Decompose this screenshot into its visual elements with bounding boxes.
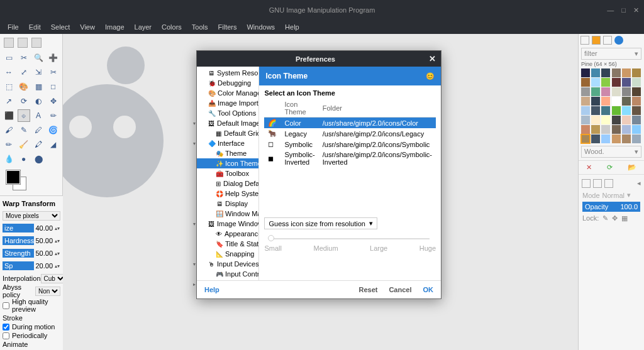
col-icon-theme[interactable]: Icon Theme bbox=[280, 99, 318, 118]
dock-tab[interactable] bbox=[593, 179, 602, 188]
tool-30[interactable]: ⬤ bbox=[32, 153, 45, 165]
cancel-button[interactable]: Cancel bbox=[389, 286, 411, 293]
ok-button[interactable]: OK bbox=[423, 286, 434, 293]
fg-color-swatch[interactable] bbox=[6, 170, 20, 184]
during-motion-checkbox[interactable] bbox=[3, 324, 9, 331]
refresh-icon[interactable]: ⟳ bbox=[607, 163, 613, 172]
pattern-swatch[interactable] bbox=[591, 125, 600, 134]
tool-25[interactable]: 🧹 bbox=[18, 138, 30, 151]
pattern-swatch[interactable] bbox=[622, 97, 631, 106]
tree-item-image-import-export[interactable]: 📥Image Import & Export bbox=[197, 98, 258, 108]
dock-tab[interactable] bbox=[604, 179, 613, 188]
tree-item-system-resources[interactable]: 🖥System Resources bbox=[197, 68, 258, 78]
tree-item-image-windows[interactable]: ▾🖼Image Windows bbox=[197, 219, 258, 229]
tree-item-snapping[interactable]: 📐Snapping bbox=[197, 249, 258, 259]
tool-26[interactable]: 🖍 bbox=[32, 138, 45, 151]
warp-mode-select[interactable]: Move pixels bbox=[3, 211, 60, 221]
pattern-swatch[interactable] bbox=[581, 106, 590, 115]
tree-item-window-management[interactable]: 🪟Window Management bbox=[197, 209, 258, 219]
tool-18[interactable]: A bbox=[32, 109, 45, 122]
reset-button[interactable]: Reset bbox=[358, 286, 377, 293]
pattern-swatch[interactable] bbox=[601, 125, 610, 134]
tree-item-default-image[interactable]: ▾🖼Default Image bbox=[197, 118, 258, 128]
tool-21[interactable]: ✎ bbox=[18, 124, 30, 136]
tool-14[interactable]: ◐ bbox=[32, 95, 45, 107]
tool-22[interactable]: 🖊 bbox=[32, 124, 45, 136]
menu-filters[interactable]: Filters bbox=[213, 21, 242, 33]
open-icon[interactable]: 📂 bbox=[628, 163, 636, 172]
strength-slider[interactable]: Strength bbox=[3, 249, 34, 258]
tool-9[interactable]: 🎨 bbox=[18, 80, 30, 93]
pattern-swatch[interactable] bbox=[581, 116, 590, 124]
tool-24[interactable]: ✏ bbox=[3, 138, 15, 151]
periodically-checkbox[interactable] bbox=[3, 332, 9, 339]
pattern-swatch[interactable] bbox=[591, 116, 600, 124]
lock-pixels-icon[interactable]: ✎ bbox=[602, 214, 608, 222]
pattern-swatch[interactable] bbox=[601, 68, 610, 77]
tool-13[interactable]: ⟳ bbox=[18, 95, 30, 107]
pattern-swatch[interactable] bbox=[612, 87, 621, 96]
tool-23[interactable]: 🌀 bbox=[47, 124, 60, 136]
icon-size-slider[interactable]: SmallMediumLargeHuge bbox=[264, 234, 436, 253]
tool-11[interactable]: □ bbox=[47, 80, 60, 93]
dock-tab[interactable] bbox=[614, 36, 623, 45]
tree-item-display[interactable]: 🖥Display bbox=[197, 199, 258, 209]
opacity-slider[interactable]: Opacity100.0 bbox=[582, 202, 640, 212]
pattern-swatch[interactable] bbox=[622, 134, 631, 143]
pattern-swatch[interactable] bbox=[632, 68, 641, 77]
tool-4[interactable]: ↔ bbox=[3, 66, 15, 79]
pattern-swatch[interactable] bbox=[632, 106, 641, 115]
dock-tab[interactable] bbox=[582, 179, 591, 188]
close-icon[interactable]: ✕ bbox=[633, 6, 639, 14]
pattern-swatch[interactable] bbox=[601, 134, 610, 143]
tool-10[interactable]: ▦ bbox=[32, 80, 45, 93]
pattern-swatch[interactable] bbox=[632, 97, 641, 106]
tool-20[interactable]: 🖌 bbox=[3, 124, 15, 136]
pattern-swatch[interactable] bbox=[601, 78, 610, 87]
tree-item-tool-options[interactable]: 🔧Tool Options bbox=[197, 108, 258, 118]
pattern-swatch[interactable] bbox=[632, 134, 641, 143]
tool-3[interactable]: ➕ bbox=[47, 52, 60, 64]
theme-row-symbolic[interactable]: ◻Symbolic/usr/share/gimp/2.0/icons/Symbo… bbox=[264, 139, 436, 150]
tool-16[interactable]: ⬛ bbox=[3, 109, 15, 122]
tool-17[interactable]: ⟐ bbox=[18, 109, 30, 122]
color-swatches[interactable] bbox=[3, 170, 60, 193]
pattern-swatch[interactable] bbox=[581, 125, 590, 134]
dialog-titlebar[interactable]: Preferences ✕ bbox=[197, 51, 441, 67]
pattern-swatch[interactable] bbox=[591, 87, 600, 96]
hardness-slider[interactable]: Hardness bbox=[3, 236, 34, 245]
dock-tab-selected[interactable] bbox=[592, 36, 601, 45]
pattern-swatch[interactable] bbox=[612, 134, 621, 143]
tab-icon[interactable] bbox=[4, 38, 14, 48]
menu-select[interactable]: Select bbox=[46, 21, 75, 33]
menu-edit[interactable]: Edit bbox=[24, 21, 46, 33]
tool-2[interactable]: 🔍 bbox=[32, 52, 45, 64]
dock-menu-icon[interactable]: ◂ bbox=[637, 179, 641, 188]
tree-item-input-controllers[interactable]: 🎮Input Controllers bbox=[197, 269, 258, 279]
interp-select[interactable]: Cubic bbox=[41, 274, 66, 283]
menu-file[interactable]: File bbox=[3, 21, 24, 33]
pattern-swatch[interactable] bbox=[632, 78, 641, 87]
pattern-filter[interactable]: filter▾ bbox=[581, 48, 641, 60]
tool-5[interactable]: ⤢ bbox=[18, 66, 30, 79]
pattern-swatch[interactable] bbox=[581, 134, 590, 143]
size-slider[interactable]: ize bbox=[3, 224, 34, 232]
pattern-swatch[interactable] bbox=[612, 116, 621, 124]
pattern-swatch[interactable] bbox=[581, 87, 590, 96]
menu-view[interactable]: View bbox=[75, 21, 100, 33]
pattern-swatch[interactable] bbox=[591, 97, 600, 106]
tool-0[interactable]: ▭ bbox=[3, 52, 15, 64]
pattern-swatch[interactable] bbox=[601, 87, 610, 96]
pattern-swatch[interactable] bbox=[622, 78, 631, 87]
abyss-select[interactable]: None bbox=[35, 287, 60, 296]
spacing-slider[interactable]: Sp bbox=[3, 261, 34, 270]
close-icon[interactable]: ✕ bbox=[429, 54, 436, 63]
help-button[interactable]: Help bbox=[204, 286, 219, 293]
pattern-swatch[interactable] bbox=[612, 68, 621, 77]
tree-item-appearance[interactable]: 👁Appearance bbox=[197, 229, 258, 239]
pattern-swatch[interactable] bbox=[581, 97, 590, 106]
pattern-swatch[interactable] bbox=[601, 106, 610, 115]
pattern-swatch[interactable] bbox=[591, 78, 600, 87]
col-folder[interactable]: Folder bbox=[319, 99, 436, 118]
theme-row-color[interactable]: 🌈Color/usr/share/gimp/2.0/icons/Color bbox=[264, 118, 436, 129]
